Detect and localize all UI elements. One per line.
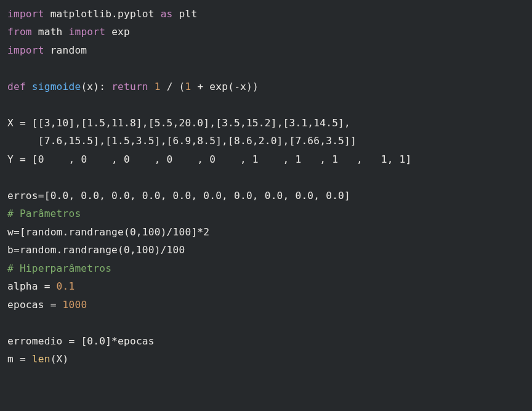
code-line: X = [[3,10],[1.5,11.8],[5.5,20.0],[3.5,1… — [7, 117, 350, 129]
code-line: erros=[0.0, 0.0, 0.0, 0.0, 0.0, 0.0, 0.0… — [7, 190, 350, 201]
builtin-call: len — [32, 353, 50, 365]
call-args: (X) — [50, 353, 69, 365]
code-line: from math import exp — [7, 26, 130, 38]
identifier: erromedio — [7, 335, 63, 347]
keyword-import: import — [7, 8, 44, 20]
identifier: Y — [7, 153, 14, 165]
list-literal: [0.0, 0.0, 0.0, 0.0, 0.0, 0.0, 0.0, 0.0,… — [44, 190, 350, 201]
expression: random.randrange(0,100)/100 — [20, 244, 185, 256]
code-line: def sigmoide(x): return 1 / (1 + exp(-x)… — [7, 81, 259, 92]
module-name: matplotlib.pyplot — [50, 8, 155, 20]
keyword-def: def — [7, 81, 26, 92]
code-line: b=random.randrange(0,100)/100 — [7, 244, 185, 256]
operator: = — [14, 244, 20, 256]
comment: # Parâmetros — [7, 208, 81, 219]
operator: = — [38, 190, 44, 201]
identifier: x — [240, 81, 246, 92]
params: (x): — [81, 81, 105, 92]
expression: [random.randrange(0,100)/100]*2 — [20, 226, 209, 238]
identifier: b — [7, 244, 14, 256]
function-name: sigmoide — [32, 81, 81, 92]
operator: = — [14, 226, 20, 238]
alias: plt — [179, 8, 198, 20]
code-line: Y = [0 , 0 , 0 , 0 , 0 , 1 , 1 , 1 , 1, … — [7, 153, 411, 165]
number: 1 — [185, 81, 191, 92]
operator: - — [234, 81, 240, 92]
identifier: m — [7, 353, 14, 365]
expression: [0.0]*epocas — [81, 335, 154, 347]
code-line: w=[random.randrange(0,100)/100]*2 — [7, 226, 209, 238]
imported-name: exp — [111, 26, 130, 38]
operator: = — [50, 299, 57, 311]
operator: + — [197, 81, 203, 92]
indent — [7, 135, 38, 147]
code-line: erromedio = [0.0]*epocas — [7, 335, 155, 347]
list-literal: [7.6,15.5],[1.5,3.5],[6.9,8.5],[8.6,2.0]… — [38, 135, 357, 147]
operator: = — [20, 117, 26, 129]
operator: = — [20, 153, 26, 165]
code-line: # Parâmetros — [7, 208, 81, 219]
keyword-import: import — [69, 26, 106, 38]
code-editor[interactable]: import matplotlib.pyplot as plt from mat… — [0, 0, 532, 373]
module-name: random — [50, 44, 87, 56]
number: 1 — [155, 81, 161, 92]
code-line: import random — [7, 44, 87, 56]
identifier: alpha — [7, 280, 38, 292]
code-line: alpha = 0.1 — [7, 280, 75, 292]
keyword-import: import — [7, 44, 44, 56]
identifier: w — [7, 226, 14, 238]
code-line: import matplotlib.pyplot as plt — [7, 8, 197, 20]
code-line: [7.6,15.5],[1.5,3.5],[6.9,8.5],[8.6,2.0]… — [7, 135, 357, 147]
code-line: # Hiperparâmetros — [7, 262, 111, 274]
module-name: math — [38, 26, 63, 38]
paren: )) — [246, 81, 259, 92]
identifier: X — [7, 117, 14, 129]
identifier: epocas — [7, 299, 44, 311]
paren: ( — [179, 81, 185, 92]
list-literal: [0 , 0 , 0 , 0 , 0 , 1 , 1 , 1 , 1, 1] — [32, 153, 412, 165]
keyword-as: as — [161, 8, 173, 20]
call: exp( — [209, 81, 234, 92]
identifier: erros — [7, 190, 38, 201]
number: 0.1 — [57, 280, 75, 292]
code-line: epocas = 1000 — [7, 299, 87, 311]
comment: # Hiperparâmetros — [7, 262, 111, 274]
keyword-return: return — [111, 81, 148, 92]
number: 1000 — [63, 299, 87, 311]
operator: = — [44, 280, 50, 292]
operator: = — [20, 353, 26, 365]
operator: = — [68, 335, 75, 347]
code-line: m = len(X) — [7, 353, 69, 365]
list-literal: [[3,10],[1.5,11.8],[5.5,20.0],[3.5,15.2]… — [32, 117, 350, 129]
keyword-from: from — [7, 26, 32, 38]
operator: / — [167, 81, 173, 92]
